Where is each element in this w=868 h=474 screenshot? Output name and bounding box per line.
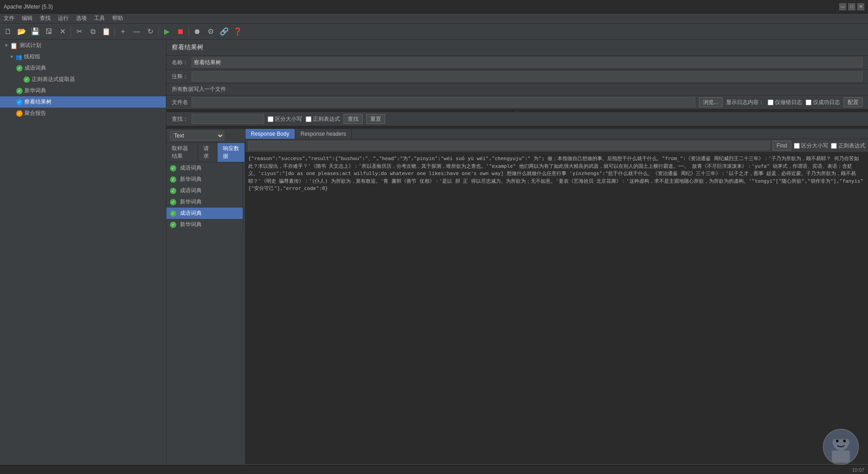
template-btn[interactable]: ⚙ (204, 25, 217, 38)
name-row: 名称： (166, 56, 868, 70)
response-case-label: 区分大小写 (801, 142, 828, 150)
response-search-input[interactable] (248, 141, 770, 150)
expand-icon: ▼ (4, 43, 9, 48)
tree-item-xinhua1[interactable]: ✓ 新华词典 (0, 85, 166, 96)
write-label: 所有数据写入一个文件 (172, 85, 226, 93)
open-button[interactable]: 📂 (15, 25, 28, 38)
case-input[interactable] (268, 116, 274, 122)
case-check[interactable]: 区分大小写 (268, 115, 302, 123)
menu-run[interactable]: 运行 (54, 14, 72, 23)
reset-button[interactable]: 重置 (366, 114, 385, 124)
add-button[interactable]: + (117, 25, 129, 38)
test-plan-item[interactable]: ▼ 📋 测试计划 (0, 40, 166, 51)
tab-response-body[interactable]: Response Body (245, 129, 295, 139)
result-item-4[interactable]: ✓ 新华词典 (166, 196, 243, 208)
panel-title: 察看结果树 (166, 40, 868, 56)
response-tabs: Response Body Response headers (245, 129, 868, 139)
item-label2: 正则表达式提取器 (32, 76, 75, 83)
reset-button[interactable]: ↻ (144, 25, 156, 38)
tab-request[interactable]: 请求 (198, 143, 217, 162)
menu-find[interactable]: 查找 (36, 14, 54, 23)
log-options-row: 文件名 浏览... 显示日志内容： 仅做错日志 仅成功日志 配置 (166, 95, 868, 109)
paste-button[interactable]: 📋 (100, 25, 113, 38)
result-item-6[interactable]: ✓ 新华词典 (166, 219, 243, 230)
selector-row: Text RegExp Tester CSS/JQuery XPath Test… (166, 129, 245, 143)
result-item-3[interactable]: ✓ 成语词典 (166, 185, 243, 196)
only-success-check[interactable]: 仅成功日志 (806, 99, 840, 106)
remove-button[interactable]: — (130, 25, 143, 38)
response-case-check[interactable]: 区分大小写 (794, 142, 828, 150)
menu-options[interactable]: 选项 (72, 14, 90, 23)
svg-point-3 (843, 440, 846, 442)
copy-button[interactable]: ⧉ (86, 25, 99, 38)
regex-check[interactable]: 正则表达式 (306, 115, 340, 123)
result-item-1[interactable]: ✓ 成语词典 (166, 162, 243, 174)
item-label4: 察看结果树 (24, 98, 52, 106)
cut-button[interactable]: ✂ (73, 25, 85, 38)
response-regex-check[interactable]: 正则表达式 (831, 142, 865, 150)
title-bar: Apache JMeter (5.3) — □ ✕ (0, 0, 868, 14)
only-success-input[interactable] (806, 100, 811, 105)
only-errors-check[interactable]: 仅做错日志 (768, 99, 802, 106)
record-btn[interactable]: ⏺ (191, 25, 203, 38)
only-success-label: 仅成功日志 (813, 99, 840, 106)
tree-item-regex[interactable]: ✓ 正则表达式提取器 (0, 74, 166, 85)
result-check2: ✓ (170, 176, 176, 183)
find-button[interactable]: 查找 (344, 114, 363, 124)
remote-btn[interactable]: 🔗 (218, 25, 231, 38)
tree-item-result[interactable]: ✓ 察看结果树 (0, 96, 166, 108)
timestamp: 10:07 (852, 467, 864, 473)
tree-item-chengyu1[interactable]: ✓ 成语词典 (0, 62, 166, 74)
search-input[interactable] (192, 114, 264, 124)
menu-edit[interactable]: 编辑 (18, 14, 36, 23)
check-icon2: ✓ (24, 76, 30, 83)
minimize-button[interactable]: — (839, 3, 846, 10)
comment-input[interactable] (192, 71, 863, 81)
only-errors-input[interactable] (768, 100, 774, 105)
response-find-button[interactable]: Find (773, 141, 791, 151)
right-panel: 察看结果树 名称： 注释： 所有数据写入一个文件 文件名 浏览... 显示日志内… (166, 40, 868, 474)
tab-sampler[interactable]: 取样器结果 (166, 143, 198, 162)
config-button[interactable]: 配置 (844, 97, 863, 107)
log-display-label: 显示日志内容： (726, 99, 764, 106)
type-select[interactable]: Text RegExp Tester CSS/JQuery XPath Test… (170, 131, 224, 141)
result-check3: ✓ (170, 188, 176, 194)
tab-response-headers[interactable]: Response headers (295, 129, 352, 139)
menu-bar: 文件 编辑 查找 运行 选项 工具 帮助 (0, 14, 868, 24)
maximize-button[interactable]: □ (848, 3, 855, 10)
tab-response[interactable]: 响应数据 (217, 143, 245, 162)
separator3 (158, 27, 159, 37)
close-button2[interactable]: ✕ (56, 25, 69, 38)
response-content[interactable]: {"reason":"success","result":{"bushou":"… (245, 152, 868, 464)
save-as-button[interactable]: 🖫 (42, 25, 55, 38)
menu-tools[interactable]: 工具 (90, 14, 108, 23)
menu-file[interactable]: 文件 (0, 14, 18, 23)
result-check1: ✓ (170, 165, 176, 171)
file-input[interactable] (192, 97, 695, 107)
help-btn[interactable]: ❓ (231, 25, 244, 38)
result-list: ✓ 成语词典 ✓ 新华词典 ✓ 成语词典 ✓ 新华词典 (166, 162, 243, 230)
regex-input[interactable] (306, 116, 311, 122)
comment-label: 注释： (172, 73, 188, 81)
result-item-2[interactable]: ✓ 新华词典 (166, 174, 243, 185)
response-case-input[interactable] (794, 143, 800, 149)
separator1 (71, 27, 71, 37)
check-icon5: ✓ (16, 110, 23, 117)
response-regex-input[interactable] (831, 143, 837, 149)
new-button[interactable]: 🗋 (2, 25, 14, 38)
tree-item-report[interactable]: ✓ 聚合报告 (0, 108, 166, 119)
save-button[interactable]: 💾 (29, 25, 42, 38)
thread-group-item[interactable]: ▼ 👥 线程组 (0, 51, 166, 62)
right-content: Response Body Response headers Find 区分大小… (245, 129, 868, 474)
start-button[interactable]: ▶ (160, 25, 173, 38)
stop-button[interactable]: ⏹ (174, 25, 187, 38)
result-item-5[interactable]: ✓ 成语词典 (166, 208, 243, 219)
left-panel: ▼ 📋 测试计划 ▼ 👥 线程组 ✓ 成语词典 ✓ 正则表达式提取器 ✓ 新华词… (0, 40, 166, 474)
name-input[interactable] (192, 57, 863, 67)
toolbar: 🗋 📂 💾 🖫 ✕ ✂ ⧉ 📋 + — ↻ ▶ ⏹ ⏺ ⚙ 🔗 ❓ (0, 24, 868, 40)
result-label5: 成语词典 (180, 209, 202, 217)
close-button[interactable]: ✕ (857, 3, 864, 10)
browse-button[interactable]: 浏览... (699, 97, 722, 107)
only-errors-label: 仅做错日志 (775, 99, 802, 106)
menu-help[interactable]: 帮助 (108, 14, 127, 23)
